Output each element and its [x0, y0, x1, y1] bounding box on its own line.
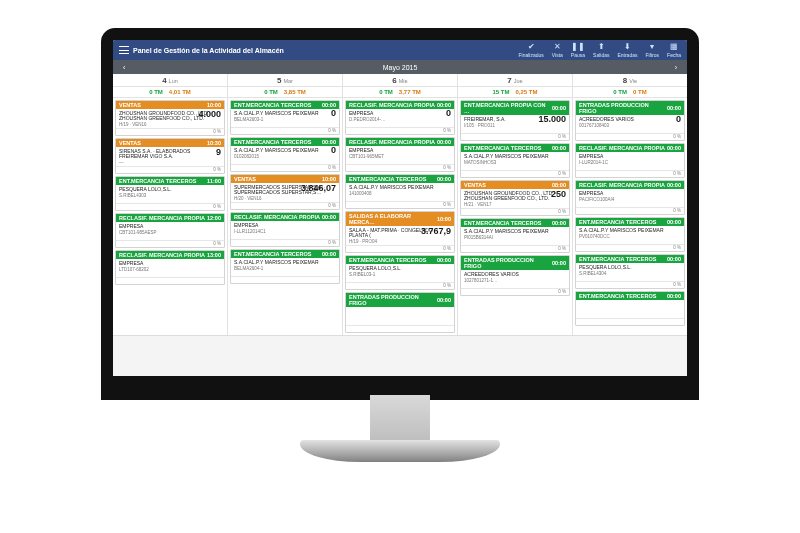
activity-card[interactable]: ENT.MERCANCIA TERCEROS00:00S.A.CIAL.P.Y … — [460, 218, 570, 253]
activity-card[interactable]: RECLASIF. MERCANCIA PROPIA00:00EMPRESAD.… — [345, 100, 455, 135]
activity-card[interactable]: ENT.MERCANCIA TERCEROS00:00PESQUERA LOLO… — [575, 254, 685, 289]
salidas-icon: ⬆ — [596, 43, 606, 51]
activity-card[interactable]: RECLASIF. MERCANCIA PROPIA00:00EMPRESAI-… — [575, 143, 685, 178]
card-footer: 0 % — [461, 245, 569, 252]
card-ref: I-LUR2014-1C — [579, 160, 681, 165]
card-footer: 0 % — [576, 133, 684, 140]
card-type: RECLASIF. MERCANCIA PROPIA — [119, 252, 205, 258]
card-header: ENT.MERCANCIA TERCEROS00:00 — [461, 144, 569, 152]
activity-card[interactable]: RECLASIF. MERCANCIA PROPIA12:00EMPRESACB… — [115, 213, 225, 248]
card-time: 00:00 — [667, 145, 681, 151]
card-pct: 0 % — [213, 204, 221, 209]
activity-card[interactable]: ENT.MERCANCIA TERCEROS00:00 — [575, 291, 685, 326]
activity-card[interactable]: ENT.MERCANCIA TERCEROS00:00S.A.CIAL.P.Y … — [345, 174, 455, 209]
next-month-button[interactable]: › — [671, 64, 681, 71]
activity-card[interactable]: RECLASIF. MERCANCIA PROPIA00:00EMPRESAI-… — [230, 212, 340, 247]
tool-fecha[interactable]: ▦Fecha — [667, 43, 681, 58]
card-footer: 0 % — [461, 133, 569, 140]
activity-card[interactable]: ENT.MERCANCIA TERCEROS00:00PESQUERA LOLO… — [345, 255, 455, 290]
tool-pausa[interactable]: ❚❚Pausa — [571, 43, 585, 58]
card-ref: LTD107-68202 — [119, 267, 221, 272]
card-footer: 0 % — [231, 164, 339, 171]
monitor-stand-neck — [370, 395, 430, 445]
card-amount: 15.000 — [538, 114, 566, 124]
activity-card[interactable]: ENT.MERCANCIA TERCEROS00:00S.A.CIAL.P.Y … — [230, 249, 340, 284]
card-time: 00:00 — [552, 220, 566, 226]
card-lane: ENT.MERCANCIA PROPIA CON …00:00FREIREMAR… — [458, 98, 572, 298]
activity-card[interactable]: ENTRADAS PRODUCCION FRIGO00:00ACREEDORES… — [575, 100, 685, 141]
card-pct: 0 % — [443, 128, 451, 133]
card-amount: 0 — [446, 108, 451, 118]
card-footer: 0 % — [461, 288, 569, 295]
card-ref: S.RIBEL03-1 — [349, 272, 451, 277]
activity-card[interactable]: VENTAS10:00SUPERMERCADOS SUPERSTAR,S.A. … — [230, 174, 340, 210]
day-in-total: 0 TM — [379, 89, 393, 95]
activity-card[interactable]: ENTRADAS PRODUCCION FRIGO00:00ACREEDORES… — [460, 255, 570, 296]
tool-filtros[interactable]: ▾Filtros — [645, 43, 659, 58]
activity-card[interactable]: ENT.MERCANCIA TERCEROS11:00PESQUERA LOLO… — [115, 176, 225, 211]
card-body: EMPRESALTD107-68202 — [116, 259, 224, 277]
day-column: 4 Lun0 TM4,01 TMVENTAS10:00ZHOUSHAN GROU… — [113, 74, 228, 335]
card-body: FREIREMAR, S.A.I/105 · PRO01115.000 — [461, 115, 569, 133]
day-columns: 4 Lun0 TM4,01 TMVENTAS10:00ZHOUSHAN GROU… — [113, 74, 687, 336]
card-time: 08:00 — [552, 182, 566, 188]
day-totals: 0 TM3,85 TM — [228, 87, 342, 98]
finalizados-icon: ✔ — [526, 43, 536, 51]
card-header: RECLASIF. MERCANCIA PROPIA00:00 — [231, 213, 339, 221]
activity-card[interactable]: ENT.MERCANCIA PROPIA CON …00:00FREIREMAR… — [460, 100, 570, 141]
activity-card[interactable]: RECLASIF. MERCANCIA PROPIA00:00EMPRESACB… — [345, 137, 455, 172]
day-header[interactable]: 4 Lun — [113, 74, 227, 87]
activity-card[interactable]: VENTAS10:30SIRENAS S.A. · ELABORADOS FRE… — [115, 138, 225, 174]
card-type: ENT.MERCANCIA TERCEROS — [464, 220, 541, 226]
card-body: S.A.CIAL.P.Y MARISCOS PEIXEMARBELMA2603-… — [231, 109, 339, 127]
card-body: S.A.CIAL.P.Y MARISCOS PEIXEMARPI015B6314… — [461, 227, 569, 245]
card-time: 00:00 — [667, 293, 681, 299]
day-header[interactable]: 8 Vie — [573, 74, 687, 87]
activity-card[interactable]: ENT.MERCANCIA TERCEROS00:00S.A.CIAL.P.Y … — [230, 100, 340, 135]
tool-salidas[interactable]: ⬆Salidas — [593, 43, 609, 58]
app-header: Panel de Gestión de la Actividad del Alm… — [113, 40, 687, 60]
prev-month-button[interactable]: ‹ — [119, 64, 129, 71]
activity-card[interactable]: ENT.MERCANCIA TERCEROS00:00S.A.CIAL.P.Y … — [230, 137, 340, 172]
card-footer: 0 % — [576, 281, 684, 288]
card-ref: PI015B6314AI — [464, 235, 566, 240]
card-header: ENT.MERCANCIA TERCEROS00:00 — [576, 218, 684, 226]
app-screen: Panel de Gestión de la Actividad del Alm… — [113, 40, 687, 376]
pausa-icon: ❚❚ — [573, 43, 583, 51]
card-company: EMPRESA — [234, 223, 336, 228]
tool-entradas[interactable]: ⬇Entradas — [617, 43, 637, 58]
card-type: ENTRADAS PRODUCCION FRIGO — [579, 102, 667, 114]
day-header[interactable]: 6 Mie — [343, 74, 457, 87]
day-totals: 0 TM4,01 TM — [113, 87, 227, 98]
card-body: SALA A - MAT.PRIMA · CONGELADO PLANTA (H… — [346, 226, 454, 245]
menu-icon[interactable] — [119, 46, 129, 54]
activity-card[interactable]: ENT.MERCANCIA TERCEROS00:00S.A.CIAL.P.Y … — [460, 143, 570, 178]
card-body: EMPRESACBT101-965MET — [346, 146, 454, 164]
card-company: S.A.CIAL.P.Y MARISCOS PEIXEMAR — [234, 260, 336, 265]
day-header[interactable]: 5 Mar — [228, 74, 342, 87]
activity-card[interactable]: VENTAS10:00ZHOUSHAN GROUNDFOOD CO., LTD.… — [115, 100, 225, 136]
tool-vista[interactable]: ✕Vista — [552, 43, 563, 58]
card-footer: 0 % — [461, 208, 569, 215]
card-company: ACREEDORES VARIOS — [464, 272, 566, 277]
day-totals: 15 TM0,25 TM — [458, 87, 572, 98]
card-header: ENT.MERCANCIA TERCEROS00:00 — [576, 255, 684, 263]
card-time: 00:00 — [552, 145, 566, 151]
activity-card[interactable]: RECLASIF. MERCANCIA PROPIA13:00EMPRESALT… — [115, 250, 225, 285]
card-footer: 0 % — [346, 201, 454, 208]
card-footer: 0 % — [346, 245, 454, 252]
card-ref: 001767108403 — [579, 123, 681, 128]
card-header: ENT.MERCANCIA TERCEROS00:00 — [461, 219, 569, 227]
day-header[interactable]: 7 Jue — [458, 74, 572, 87]
card-time: 10:30 — [207, 140, 221, 146]
activity-card[interactable]: SALIDAS A ELABORAR MERCA…10:00SALA A - M… — [345, 211, 455, 253]
tool-finalizados[interactable]: ✔Finalizados — [519, 43, 544, 58]
card-company: PESQUERA LOLO,S.L. — [579, 265, 681, 270]
card-footer — [576, 318, 684, 325]
activity-card[interactable]: ENT.MERCANCIA TERCEROS00:00S.A.CIAL.P.Y … — [575, 217, 685, 252]
card-header: ENT.MERCANCIA TERCEROS00:00 — [576, 292, 684, 300]
day-out-total: 4,01 TM — [169, 89, 191, 95]
activity-card[interactable]: VENTAS08:00ZHOUSHAN GROUNDFOOD CO., LTD.… — [460, 180, 570, 216]
activity-card[interactable]: ENTRADAS PRODUCCION FRIGO00:00 — [345, 292, 455, 333]
activity-card[interactable]: RECLASIF. MERCANCIA PROPIA00:00EMPRESAPA… — [575, 180, 685, 215]
